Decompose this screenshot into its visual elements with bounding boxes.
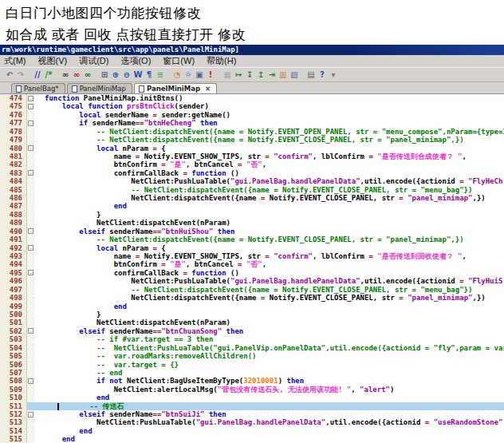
menu-item-window[interactable]: 窗口(W) [163, 55, 195, 67]
find-in-files-icon[interactable]: ∞ [82, 69, 93, 81]
fold-marker-icon[interactable]: - [28, 104, 33, 109]
code-line[interactable]: 513 NetClient:PushLuaTable("gui.PanelBag… [0, 418, 504, 426]
code-line[interactable]: 491 -- NetClient:dispatchEvent({name = N… [0, 235, 504, 243]
code-line[interactable]: 499 end [0, 303, 504, 310]
fold-marker-icon[interactable]: - [28, 170, 33, 176]
code-line[interactable]: 479 -- NetClient:dispatchEvent({name = N… [0, 136, 504, 144]
code-line[interactable]: 510 end [0, 394, 504, 401]
code-line[interactable]: 494 btnConfirm = "是", btnCancel = "否", [0, 260, 504, 268]
menu-item-help[interactable]: 帮助(H) [207, 55, 236, 67]
code-line[interactable]: 486 NetClient:dispatchEvent({name = Noti… [0, 194, 504, 202]
fold-marker-icon[interactable]: - [28, 145, 33, 151]
run-icon[interactable]: ◔ [171, 69, 183, 81]
code-line[interactable]: 509 NetClient:alertLocalMsg("背包没有传送石头, 无… [0, 386, 504, 394]
code-line[interactable]: 507 -- end [0, 369, 504, 377]
build-icon[interactable]: ☼ [183, 69, 194, 81]
code-line[interactable]: 503 -- if #var.target == 3 then [0, 335, 504, 343]
code-line[interactable]: 500 } [0, 310, 504, 318]
help-icon[interactable]: ? [317, 69, 328, 81]
code-line[interactable]: 508- if not NetClient:BagUseItemByType(3… [0, 377, 504, 385]
code-line[interactable]: 504 -- NetClient:PushLuaTable("gui.Panel… [0, 344, 504, 352]
code-line[interactable]: 480- local nParam = { [0, 144, 504, 152]
find-icon[interactable]: ∞ [60, 69, 71, 81]
fold-marker-icon[interactable]: - [28, 121, 33, 126]
code-line[interactable]: 474-function PanelMiniMap.initBtns() [0, 94, 504, 102]
find-replace-icon[interactable]: ∞ [71, 69, 82, 81]
code-line[interactable]: 487 end [0, 202, 504, 210]
step-over-icon[interactable]: ↦ [233, 69, 244, 81]
code-line[interactable]: 502- elseif senderName=="btnChuanSong" t… [0, 327, 504, 335]
code-line[interactable]: 495- confirmCallBack = function () [0, 269, 504, 277]
run-to-cursor-icon[interactable]: ⇥ [266, 69, 278, 81]
code-line[interactable]: 512- elseif senderName=="btnSuiJi" then [0, 410, 504, 418]
stop-icon[interactable]: ! [205, 69, 216, 81]
fold-marker-icon[interactable]: - [28, 328, 33, 334]
window-titlebar[interactable]: rm\work\runtime\gameclient\src\app\panel… [0, 45, 504, 55]
zoom-out-icon[interactable]: ⊖ [121, 69, 132, 81]
line-number: 495 [0, 269, 27, 277]
fold-marker-icon[interactable]: - [28, 270, 33, 275]
close-tab-icon[interactable]: × [205, 85, 211, 93]
tab-panelbag[interactable]: PanelBag* [11, 83, 65, 93]
fold-marker-icon[interactable]: - [28, 378, 33, 384]
code-line[interactable]: 501 NetClient:dispatchEvent(nParam) [0, 318, 504, 326]
code-line[interactable]: 511 -- 传送石 [0, 402, 504, 410]
watch-window-icon[interactable]: ▥ [278, 69, 289, 81]
toolbar-overflow-icon[interactable]: ▾ [328, 69, 339, 81]
output-window-icon[interactable]: ▣ [194, 69, 205, 81]
code-line[interactable]: 475- local function prsBtnClick(sender) [0, 102, 504, 110]
code-line[interactable]: 489 NetClient:dispatchEvent(nParam) [0, 219, 504, 227]
menu-item-debug[interactable]: 调试(D) [79, 55, 108, 67]
undo-icon[interactable]: ↶ [4, 69, 15, 81]
bookmark-icon[interactable]: ▧ [289, 69, 300, 81]
code-line[interactable]: 497 -- NetClient:dispatchEvent({name = N… [0, 286, 504, 294]
code-line[interactable]: 485 -- NetClient:dispatchEvent({name = N… [0, 186, 504, 194]
code-line[interactable]: 496 NetClient:PushLuaTable("gui.PanelBag… [0, 277, 504, 285]
code-line[interactable]: 482 btnConfirm = "是", btnCancel = "否", [0, 160, 504, 168]
code-line[interactable]: 498 NetClient:dispatchEvent({name = Noti… [0, 294, 504, 302]
code-line[interactable]: 477- if senderName=="btnHeCheng" then [0, 119, 504, 127]
tab-panelminimap-2[interactable]: PanelMiniMap× [134, 83, 217, 93]
code-line[interactable]: 492- local nParam = { [0, 244, 504, 252]
code-line[interactable]: 493 name = Notify.EVENT_SHOW_TIPS, str =… [0, 252, 504, 260]
breakpoint-icon[interactable]: ▦ [222, 69, 233, 81]
select-block-icon[interactable]: ⊞ [99, 69, 110, 81]
code-text: NetClient:dispatchEvent(nParam) [34, 318, 504, 326]
menu-item-view[interactable]: 视图(V) [38, 55, 68, 67]
code-line[interactable]: 505 -- var.roadMarks:removeAllChildren() [0, 352, 504, 360]
code-line[interactable]: 490- elseif senderName=="btnHuiShou" the… [0, 227, 504, 235]
line-comment-icon[interactable]: // [32, 69, 43, 81]
menu-item-options[interactable]: 选项(O) [120, 55, 151, 67]
code-line[interactable]: 481 name = Notify.EVENT_SHOW_TIPS, str =… [0, 152, 504, 160]
formatting-marks-icon[interactable]: ¶ [144, 69, 155, 81]
tab-panelminimap-1[interactable]: PanelMiniMap [67, 83, 132, 93]
zoom-in-icon[interactable]: ⊕ [110, 69, 121, 81]
code-text: NetClient:dispatchEvent(nParam) [34, 219, 504, 227]
print-icon[interactable]: ▤ [305, 69, 317, 81]
code-text: elseif senderName=="btnHuiShou" then [34, 227, 504, 235]
step-into-icon[interactable]: ↧ [244, 69, 255, 81]
fold-marker-icon[interactable]: - [28, 245, 33, 251]
line-numbers-icon[interactable]: ≡ [155, 69, 166, 81]
line-number: 482 [0, 160, 27, 168]
word-wrap-icon[interactable]: W [132, 69, 144, 81]
fold-marker-icon[interactable]: - [28, 96, 33, 101]
menu-item-format[interactable]: 式(M) [4, 55, 26, 67]
code-line[interactable]: 488 } [0, 211, 504, 219]
code-line[interactable]: 476 local senderName = sender:getName() [0, 111, 504, 119]
line-number: 489 [0, 219, 27, 227]
code-line[interactable]: 478 -- NetClient:dispatchEvent({name = N… [0, 128, 504, 136]
code-line[interactable]: 514 end [0, 427, 504, 435]
fold-marker-icon[interactable]: - [28, 228, 33, 234]
code-line[interactable]: 483- confirmCallBack = function () [0, 169, 504, 177]
fold-margin [27, 177, 34, 185]
code-line[interactable]: 484 NetClient:PushLuaTable("gui.PanelBag… [0, 177, 504, 185]
redo-icon[interactable]: ↷ [15, 69, 26, 81]
code-line[interactable]: 515 end [0, 435, 504, 443]
fold-marker-icon[interactable]: - [28, 412, 33, 417]
code-line[interactable]: 506 -- var.target = {} [0, 361, 504, 369]
code-editor[interactable]: 474-function PanelMiniMap.initBtns()475-… [0, 93, 504, 443]
step-out-icon[interactable]: ↥ [255, 69, 266, 81]
block-comment-icon[interactable]: /* [43, 69, 54, 81]
fold-margin [27, 402, 34, 410]
